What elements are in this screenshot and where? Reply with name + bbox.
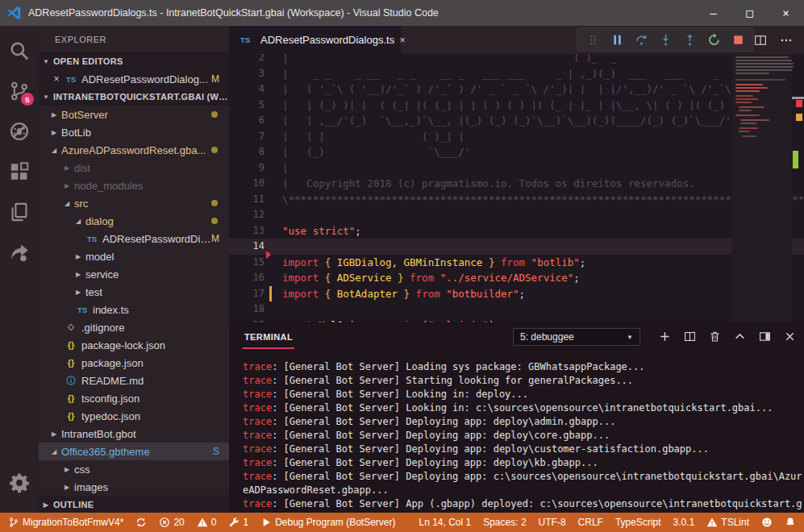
tree-item[interactable]: ▶model bbox=[39, 247, 229, 265]
chevron-down-icon: ◢ bbox=[74, 218, 82, 225]
terminal-output[interactable]: trace: [General Bot Server] Loading sys … bbox=[229, 350, 804, 513]
step-into-icon[interactable] bbox=[655, 29, 676, 50]
move-panel-icon[interactable] bbox=[756, 329, 773, 345]
split-terminal-icon[interactable] bbox=[681, 329, 698, 345]
maximize-button[interactable]: □ bbox=[731, 0, 768, 26]
step-out-icon[interactable] bbox=[679, 29, 700, 50]
extensions-icon[interactable] bbox=[0, 152, 39, 192]
status-warnings[interactable]: 0 bbox=[197, 517, 217, 528]
tree-item[interactable]: ▶dist bbox=[39, 159, 229, 177]
chevron-right-icon: ▶ bbox=[50, 129, 58, 136]
tree-item-label: src bbox=[74, 197, 88, 210]
status-git-branch[interactable]: MigrationToBotFmwV4* bbox=[8, 517, 123, 528]
tree-item[interactable]: ▶test bbox=[39, 283, 229, 301]
wrench-icon bbox=[228, 517, 240, 528]
stop-icon[interactable] bbox=[727, 29, 748, 50]
more-actions-icon[interactable] bbox=[780, 34, 793, 47]
info-file-icon bbox=[65, 374, 77, 387]
code-text: \***************************************… bbox=[265, 193, 804, 206]
tree-item[interactable]: {}package.json bbox=[39, 354, 229, 372]
status-notifications[interactable] bbox=[785, 517, 796, 528]
tree-item[interactable]: ◢Office365.gbthemeS bbox=[39, 443, 229, 460]
status-encoding[interactable]: UTF-8 bbox=[539, 517, 566, 528]
minimap[interactable] bbox=[732, 54, 792, 322]
tree-item[interactable]: README.md bbox=[39, 372, 229, 389]
restart-icon[interactable] bbox=[703, 29, 724, 50]
tree-item[interactable]: {}typedoc.json bbox=[39, 407, 229, 425]
status-errors[interactable]: 20 bbox=[159, 517, 184, 528]
tree-item[interactable]: {}package-lock.json bbox=[39, 336, 229, 354]
outline-header[interactable]: ▶ OUTLINE bbox=[39, 496, 229, 513]
branch-icon bbox=[8, 517, 19, 528]
open-editor-item[interactable]: ×TSADResetPasswordDialog...M bbox=[39, 70, 229, 88]
tree-item[interactable]: {}tsconfig.json bbox=[39, 389, 229, 407]
status-feedback[interactable] bbox=[761, 517, 773, 528]
close-editor-icon[interactable]: × bbox=[50, 73, 63, 85]
terminal-selector-value: 5: debuggee bbox=[520, 331, 574, 343]
new-terminal-icon[interactable] bbox=[656, 329, 673, 345]
status-tslint-label: TSLint bbox=[721, 517, 749, 528]
minimap-line bbox=[735, 60, 792, 61]
kill-terminal-icon[interactable] bbox=[706, 329, 723, 345]
status-sync[interactable] bbox=[135, 517, 147, 528]
tree-item[interactable]: ◢AzureADPasswordReset.gba... bbox=[39, 141, 229, 159]
close-panel-icon[interactable] bbox=[781, 329, 798, 345]
tab-close-icon[interactable]: × bbox=[399, 34, 406, 46]
tree-item[interactable]: ▶images bbox=[39, 478, 229, 496]
search-icon[interactable] bbox=[0, 31, 39, 71]
share-icon[interactable] bbox=[0, 232, 39, 272]
tree-item[interactable]: TSindex.ts bbox=[39, 301, 229, 318]
minimize-button[interactable]: – bbox=[695, 0, 731, 26]
tree-item[interactable]: ▶service bbox=[39, 265, 229, 283]
tree-item[interactable]: ▶node_modules bbox=[39, 177, 229, 194]
status-eol[interactable]: CRLF bbox=[578, 517, 603, 528]
status-ts-version[interactable]: 3.0.1 bbox=[673, 517, 695, 528]
tree-item[interactable]: ▶css bbox=[39, 460, 229, 478]
step-over-icon[interactable] bbox=[631, 29, 652, 50]
tree-item[interactable]: ▶BotLib bbox=[39, 123, 229, 141]
minimap-line bbox=[735, 114, 760, 116]
minimap-line bbox=[735, 73, 769, 74]
terminal-selector[interactable]: 5: debuggee ▼ bbox=[513, 328, 640, 346]
code-editor[interactable]: 2| ( )_ _3| _ _ _ __ _ _ __ _ ___ ___ _ … bbox=[229, 54, 804, 322]
status-debug-launch[interactable]: Debug Program (BotServer) bbox=[260, 517, 395, 528]
code-line: 11\*************************************… bbox=[229, 192, 804, 208]
status-indentation[interactable]: Spaces: 2 bbox=[483, 517, 526, 528]
status-errors-label: 20 bbox=[173, 517, 184, 528]
tree-item[interactable]: ▶BotServer bbox=[39, 106, 229, 123]
vscode-logo-icon bbox=[7, 6, 22, 20]
status-language-mode[interactable]: TypeScript bbox=[615, 517, 661, 528]
close-button[interactable]: × bbox=[768, 0, 804, 26]
tree-item[interactable]: ▶IntranetBot.gbot bbox=[39, 425, 229, 443]
status-tslint[interactable]: TSLint bbox=[706, 517, 749, 528]
pause-icon[interactable] bbox=[606, 29, 627, 50]
chevron-right-icon: ▶ bbox=[50, 111, 58, 118]
open-editors-header[interactable]: ▼ OPEN EDITORS bbox=[39, 52, 229, 70]
status-cursor-position[interactable]: Ln 14, Col 1 bbox=[419, 517, 471, 528]
documents-icon[interactable] bbox=[0, 192, 39, 232]
source-control-icon[interactable]: 5 bbox=[0, 71, 39, 111]
code-line: 10| Copyright 2018 (c) pragmatismo.io. T… bbox=[229, 176, 804, 192]
minimap-line bbox=[735, 56, 789, 58]
status-fixes[interactable]: 1 bbox=[228, 517, 248, 528]
tree-item-label: Office365.gbtheme bbox=[61, 446, 150, 458]
terminal-line: trace: [General Bot Server] Deploying ap… bbox=[243, 443, 804, 456]
tree-item[interactable]: ◢dialog bbox=[39, 212, 229, 230]
modified-badge: M bbox=[211, 73, 219, 85]
line-number: 7 bbox=[229, 129, 265, 145]
terminal-tab[interactable]: TERMINAL bbox=[243, 325, 294, 349]
debug-icon[interactable] bbox=[0, 111, 39, 152]
tree-item[interactable]: TSADResetPasswordDial...M bbox=[39, 230, 229, 247]
tree-item-label: README.md bbox=[81, 375, 144, 387]
tab-adresetpassworddialogs[interactable]: TS ADResetPasswordDialogs.ts × bbox=[229, 26, 401, 54]
chevron-right-icon: ▶ bbox=[63, 164, 71, 172]
code-text: | _ _ _ __ _ _ __ _ ___ ___ _ | ,_)(_) _… bbox=[265, 68, 719, 80]
terminal-line: trace: [General Bot Server] Deploying ap… bbox=[243, 456, 804, 470]
maximize-panel-icon[interactable] bbox=[731, 329, 748, 345]
settings-icon[interactable] bbox=[0, 463, 39, 503]
tree-item[interactable]: .gitignore bbox=[39, 318, 229, 336]
chevron-down-icon: ◢ bbox=[63, 200, 71, 207]
tree-item[interactable]: ◢src bbox=[39, 194, 229, 212]
split-editor-icon[interactable] bbox=[754, 34, 767, 47]
workspace-header[interactable]: ▼ INTRANETBOTQUICKSTART.GBAI (WO... bbox=[39, 88, 229, 106]
